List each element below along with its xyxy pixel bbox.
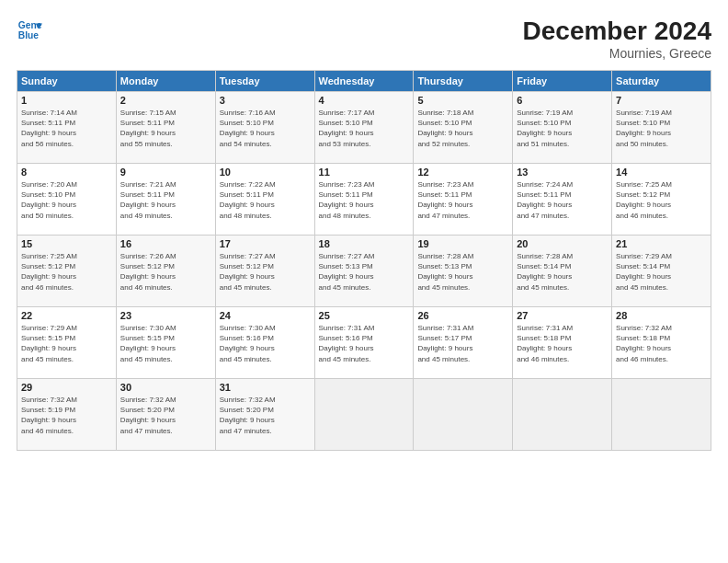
day-info: Sunrise: 7:27 AMSunset: 5:12 PMDaylight:… <box>220 252 276 292</box>
calendar-cell: 15Sunrise: 7:25 AMSunset: 5:12 PMDayligh… <box>17 236 117 307</box>
day-info: Sunrise: 7:29 AMSunset: 5:15 PMDaylight:… <box>21 324 77 363</box>
day-number: 6 <box>517 95 608 106</box>
calendar-cell: 5Sunrise: 7:18 AMSunset: 5:10 PMDaylight… <box>414 92 513 164</box>
calendar-row-3: 15Sunrise: 7:25 AMSunset: 5:12 PMDayligh… <box>17 236 711 307</box>
day-info: Sunrise: 7:25 AMSunset: 5:12 PMDaylight:… <box>21 252 77 292</box>
main-title: December 2024 <box>523 17 711 46</box>
calendar-cell: 24Sunrise: 7:30 AMSunset: 5:16 PMDayligh… <box>215 307 314 379</box>
day-info: Sunrise: 7:29 AMSunset: 5:14 PMDaylight:… <box>616 252 672 292</box>
day-number: 4 <box>319 95 410 106</box>
calendar-cell <box>414 379 513 451</box>
day-number: 17 <box>220 238 311 249</box>
day-number: 25 <box>319 310 410 321</box>
col-header-friday: Friday <box>513 71 612 92</box>
svg-text:Blue: Blue <box>18 30 40 40</box>
calendar-cell: 29Sunrise: 7:32 AMSunset: 5:19 PMDayligh… <box>17 379 117 451</box>
calendar-cell: 10Sunrise: 7:22 AMSunset: 5:11 PMDayligh… <box>215 164 314 236</box>
calendar-cell: 12Sunrise: 7:23 AMSunset: 5:11 PMDayligh… <box>414 164 513 236</box>
calendar-cell <box>314 379 414 451</box>
day-number: 7 <box>616 95 707 106</box>
calendar-row-5: 29Sunrise: 7:32 AMSunset: 5:19 PMDayligh… <box>17 379 711 451</box>
calendar-row-4: 22Sunrise: 7:29 AMSunset: 5:15 PMDayligh… <box>17 307 711 379</box>
calendar-cell: 1Sunrise: 7:14 AMSunset: 5:11 PMDaylight… <box>17 92 117 164</box>
subtitle: Mournies, Greece <box>523 46 711 61</box>
day-info: Sunrise: 7:30 AMSunset: 5:16 PMDaylight:… <box>220 324 276 363</box>
day-info: Sunrise: 7:32 AMSunset: 5:20 PMDaylight:… <box>220 396 276 435</box>
day-number: 14 <box>616 167 707 178</box>
day-info: Sunrise: 7:16 AMSunset: 5:10 PMDaylight:… <box>220 109 276 148</box>
calendar-table: SundayMondayTuesdayWednesdayThursdayFrid… <box>17 70 711 451</box>
calendar-cell: 13Sunrise: 7:24 AMSunset: 5:11 PMDayligh… <box>513 164 612 236</box>
day-number: 12 <box>417 167 508 178</box>
day-info: Sunrise: 7:28 AMSunset: 5:13 PMDaylight:… <box>417 252 473 292</box>
calendar-cell: 4Sunrise: 7:17 AMSunset: 5:10 PMDaylight… <box>314 92 414 164</box>
day-info: Sunrise: 7:32 AMSunset: 5:20 PMDaylight:… <box>120 396 176 435</box>
day-number: 16 <box>120 238 211 249</box>
day-number: 26 <box>417 310 508 321</box>
calendar-cell <box>513 379 612 451</box>
day-number: 2 <box>120 95 211 106</box>
page-header: General Blue December 2024 Mournies, Gre… <box>17 17 711 61</box>
day-number: 22 <box>21 310 112 321</box>
day-info: Sunrise: 7:19 AMSunset: 5:10 PMDaylight:… <box>616 109 672 148</box>
day-info: Sunrise: 7:28 AMSunset: 5:14 PMDaylight:… <box>517 252 573 292</box>
calendar-page: General Blue December 2024 Mournies, Gre… <box>0 0 728 563</box>
calendar-row-2: 8Sunrise: 7:20 AMSunset: 5:10 PMDaylight… <box>17 164 711 236</box>
day-info: Sunrise: 7:24 AMSunset: 5:11 PMDaylight:… <box>517 180 573 220</box>
day-info: Sunrise: 7:26 AMSunset: 5:12 PMDaylight:… <box>120 252 176 292</box>
day-info: Sunrise: 7:23 AMSunset: 5:11 PMDaylight:… <box>319 180 375 220</box>
calendar-cell: 30Sunrise: 7:32 AMSunset: 5:20 PMDayligh… <box>116 379 215 451</box>
col-header-tuesday: Tuesday <box>215 71 314 92</box>
day-info: Sunrise: 7:21 AMSunset: 5:11 PMDaylight:… <box>120 180 176 220</box>
day-number: 10 <box>220 167 311 178</box>
day-info: Sunrise: 7:31 AMSunset: 5:16 PMDaylight:… <box>319 324 375 363</box>
day-number: 29 <box>21 382 112 393</box>
col-header-saturday: Saturday <box>612 71 711 92</box>
day-number: 3 <box>220 95 311 106</box>
day-number: 11 <box>319 167 410 178</box>
calendar-cell: 21Sunrise: 7:29 AMSunset: 5:14 PMDayligh… <box>612 236 711 307</box>
day-number: 5 <box>417 95 508 106</box>
day-number: 20 <box>517 238 608 249</box>
day-info: Sunrise: 7:31 AMSunset: 5:17 PMDaylight:… <box>417 324 473 363</box>
day-info: Sunrise: 7:32 AMSunset: 5:19 PMDaylight:… <box>21 396 77 435</box>
calendar-cell: 11Sunrise: 7:23 AMSunset: 5:11 PMDayligh… <box>314 164 414 236</box>
day-number: 21 <box>616 238 707 249</box>
calendar-cell: 26Sunrise: 7:31 AMSunset: 5:17 PMDayligh… <box>414 307 513 379</box>
calendar-row-1: 1Sunrise: 7:14 AMSunset: 5:11 PMDaylight… <box>17 92 711 164</box>
day-number: 15 <box>21 238 112 249</box>
calendar-cell <box>612 379 711 451</box>
calendar-cell: 20Sunrise: 7:28 AMSunset: 5:14 PMDayligh… <box>513 236 612 307</box>
calendar-cell: 19Sunrise: 7:28 AMSunset: 5:13 PMDayligh… <box>414 236 513 307</box>
calendar-cell: 22Sunrise: 7:29 AMSunset: 5:15 PMDayligh… <box>17 307 117 379</box>
day-info: Sunrise: 7:18 AMSunset: 5:10 PMDaylight:… <box>417 109 473 148</box>
calendar-cell: 16Sunrise: 7:26 AMSunset: 5:12 PMDayligh… <box>116 236 215 307</box>
col-header-sunday: Sunday <box>17 71 117 92</box>
calendar-cell: 17Sunrise: 7:27 AMSunset: 5:12 PMDayligh… <box>215 236 314 307</box>
col-header-thursday: Thursday <box>414 71 513 92</box>
day-number: 27 <box>517 310 608 321</box>
day-info: Sunrise: 7:17 AMSunset: 5:10 PMDaylight:… <box>319 109 375 148</box>
header-row: SundayMondayTuesdayWednesdayThursdayFrid… <box>17 71 711 92</box>
calendar-cell: 9Sunrise: 7:21 AMSunset: 5:11 PMDaylight… <box>116 164 215 236</box>
day-info: Sunrise: 7:27 AMSunset: 5:13 PMDaylight:… <box>319 252 375 292</box>
day-info: Sunrise: 7:15 AMSunset: 5:11 PMDaylight:… <box>120 109 176 148</box>
day-info: Sunrise: 7:30 AMSunset: 5:15 PMDaylight:… <box>120 324 176 363</box>
day-number: 23 <box>120 310 211 321</box>
calendar-cell: 23Sunrise: 7:30 AMSunset: 5:15 PMDayligh… <box>116 307 215 379</box>
col-header-wednesday: Wednesday <box>314 71 414 92</box>
calendar-cell: 7Sunrise: 7:19 AMSunset: 5:10 PMDaylight… <box>612 92 711 164</box>
calendar-cell: 28Sunrise: 7:32 AMSunset: 5:18 PMDayligh… <box>612 307 711 379</box>
calendar-cell: 27Sunrise: 7:31 AMSunset: 5:18 PMDayligh… <box>513 307 612 379</box>
day-info: Sunrise: 7:20 AMSunset: 5:10 PMDaylight:… <box>21 180 77 220</box>
logo-icon: General Blue <box>17 17 42 42</box>
day-info: Sunrise: 7:19 AMSunset: 5:10 PMDaylight:… <box>517 109 573 148</box>
calendar-cell: 6Sunrise: 7:19 AMSunset: 5:10 PMDaylight… <box>513 92 612 164</box>
day-number: 19 <box>417 238 508 249</box>
day-number: 8 <box>21 167 112 178</box>
day-number: 1 <box>21 95 112 106</box>
calendar-cell: 3Sunrise: 7:16 AMSunset: 5:10 PMDaylight… <box>215 92 314 164</box>
day-number: 28 <box>616 310 707 321</box>
calendar-cell: 2Sunrise: 7:15 AMSunset: 5:11 PMDaylight… <box>116 92 215 164</box>
day-info: Sunrise: 7:22 AMSunset: 5:11 PMDaylight:… <box>220 180 276 220</box>
